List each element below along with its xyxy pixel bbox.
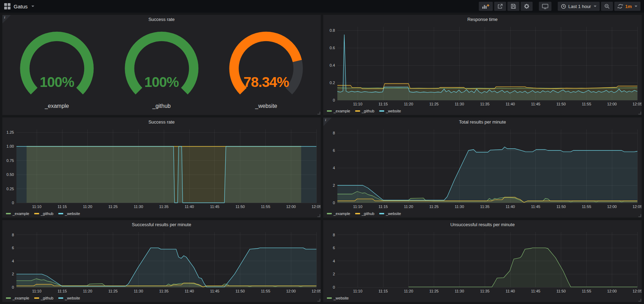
panel-info-icon[interactable]: i bbox=[323, 118, 332, 126]
panel-title[interactable]: Total results per minute bbox=[323, 118, 642, 127]
refresh-button[interactable]: 1m bbox=[614, 2, 641, 11]
svg-text:11:25: 11:25 bbox=[429, 205, 439, 209]
svg-text:12:05: 12:05 bbox=[312, 205, 321, 209]
add-panel-button[interactable] bbox=[479, 2, 493, 11]
svg-text:11:35: 11:35 bbox=[159, 289, 169, 293]
legend-series-icon bbox=[6, 297, 11, 299]
zoom-out-button[interactable] bbox=[601, 2, 613, 11]
panel-resize-handle[interactable] bbox=[317, 299, 320, 302]
share-button[interactable] bbox=[494, 2, 506, 11]
svg-text:11:15: 11:15 bbox=[379, 289, 388, 293]
svg-text:0: 0 bbox=[12, 201, 14, 205]
svg-text:0.2: 0.2 bbox=[330, 81, 335, 85]
dashboard-title[interactable]: Gatus bbox=[14, 3, 28, 9]
navbar: Gatus bbox=[0, 0, 644, 13]
tv-mode-button[interactable] bbox=[539, 2, 551, 11]
svg-text:11:55: 11:55 bbox=[582, 205, 591, 209]
svg-text:6: 6 bbox=[333, 246, 335, 250]
svg-text:0: 0 bbox=[333, 285, 335, 289]
svg-text:11:40: 11:40 bbox=[506, 205, 515, 209]
svg-text:0.6: 0.6 bbox=[330, 46, 335, 50]
legend-item[interactable]: _example bbox=[6, 296, 29, 300]
panel-title[interactable]: Success rate bbox=[2, 118, 321, 127]
svg-text:11:10: 11:10 bbox=[32, 205, 42, 209]
legend-item[interactable]: _website bbox=[379, 212, 401, 216]
chevron-down-icon[interactable] bbox=[31, 6, 34, 7]
gauge-label: _website bbox=[255, 103, 277, 113]
panel-success-rate-gauges: i Success rate 100% _example 100% _githu… bbox=[2, 15, 321, 115]
gauge-value: 100% bbox=[109, 74, 214, 90]
dashboard-menu-icon[interactable] bbox=[4, 3, 10, 9]
svg-text:0: 0 bbox=[333, 98, 335, 102]
svg-text:6: 6 bbox=[12, 246, 14, 250]
svg-text:12:00: 12:00 bbox=[607, 102, 617, 106]
svg-text:11:10: 11:10 bbox=[32, 289, 42, 293]
chart-legend: _example_github_website bbox=[323, 107, 642, 115]
chart-legend: _website bbox=[323, 294, 642, 302]
zoom-out-icon bbox=[604, 3, 610, 9]
svg-text:11:20: 11:20 bbox=[404, 102, 413, 106]
legend-item[interactable]: _website bbox=[58, 212, 80, 216]
svg-text:11:45: 11:45 bbox=[210, 205, 219, 209]
svg-text:1.00: 1.00 bbox=[7, 144, 14, 148]
svg-text:11:45: 11:45 bbox=[531, 205, 540, 209]
legend-item[interactable]: _website bbox=[58, 296, 80, 300]
svg-text:11:50: 11:50 bbox=[556, 102, 566, 106]
success-rate-chart[interactable]: 00.250.500.751.001.2511:1011:1511:2011:2… bbox=[2, 127, 321, 210]
panel-response-time: Response time 00.20.40.60.811:1011:1511:… bbox=[323, 15, 642, 115]
panel-title[interactable]: Response time bbox=[323, 15, 642, 24]
legend-item[interactable]: _example bbox=[6, 212, 29, 216]
svg-text:11:40: 11:40 bbox=[506, 102, 515, 106]
svg-text:11:45: 11:45 bbox=[531, 102, 540, 106]
svg-text:11:30: 11:30 bbox=[134, 289, 143, 293]
legend-item[interactable]: _example bbox=[327, 109, 350, 113]
panel-total-results: i Total results per minute 0246811:1011:… bbox=[323, 117, 642, 218]
gauge-example: 100% _example bbox=[5, 25, 109, 113]
svg-text:12:00: 12:00 bbox=[286, 289, 296, 293]
svg-text:0: 0 bbox=[333, 201, 335, 205]
response-time-chart[interactable]: 00.20.40.60.811:1011:1511:2011:2511:3011… bbox=[323, 24, 642, 107]
panel-info-icon[interactable]: i bbox=[2, 15, 11, 23]
legend-item[interactable]: _github bbox=[355, 212, 374, 216]
panel-resize-handle[interactable] bbox=[317, 112, 320, 114]
panel-title[interactable]: Successful results per minute bbox=[2, 220, 321, 229]
svg-text:12:05: 12:05 bbox=[312, 289, 321, 293]
legend-series-icon bbox=[6, 213, 11, 214]
save-button[interactable] bbox=[507, 2, 519, 11]
panel-resize-handle[interactable] bbox=[638, 214, 641, 217]
unsuccessful-results-chart[interactable]: 0246811:1011:1511:2011:2511:3011:3511:40… bbox=[323, 229, 642, 294]
panel-successful-results: Successful results per minute 0246811:10… bbox=[2, 220, 321, 302]
legend-item[interactable]: _website bbox=[327, 296, 349, 300]
svg-text:11:50: 11:50 bbox=[556, 289, 566, 293]
svg-text:11:40: 11:40 bbox=[185, 205, 194, 209]
svg-text:12:00: 12:00 bbox=[607, 289, 617, 293]
dashboard-grid: i Success rate 100% _example 100% _githu… bbox=[0, 13, 644, 304]
svg-text:11:10: 11:10 bbox=[353, 289, 363, 293]
panel-title[interactable]: Unsuccessful results per minute bbox=[323, 220, 642, 229]
gauge-label: _example bbox=[45, 103, 69, 113]
legend-item[interactable]: _github bbox=[34, 212, 53, 216]
panel-resize-handle[interactable] bbox=[638, 112, 641, 114]
panel-success-rate-series: Success rate 00.250.500.751.001.2511:101… bbox=[2, 117, 321, 218]
legend-series-icon bbox=[327, 110, 332, 112]
chevron-down-icon bbox=[594, 6, 597, 7]
svg-text:12:00: 12:00 bbox=[607, 205, 617, 209]
panel-resize-handle[interactable] bbox=[638, 299, 641, 302]
svg-text:11:15: 11:15 bbox=[379, 102, 388, 106]
chevron-down-icon bbox=[635, 6, 637, 7]
total-results-chart[interactable]: 0246811:1011:1511:2011:2511:3011:3511:40… bbox=[323, 127, 642, 210]
time-range-picker[interactable]: Last 1 hour bbox=[558, 2, 600, 11]
svg-text:11:55: 11:55 bbox=[582, 289, 591, 293]
panel-title[interactable]: Success rate bbox=[2, 15, 321, 24]
legend-item[interactable]: _github bbox=[355, 109, 374, 113]
svg-text:11:20: 11:20 bbox=[404, 205, 413, 209]
svg-text:4: 4 bbox=[333, 166, 335, 170]
legend-item[interactable]: _example bbox=[327, 212, 350, 216]
panel-resize-handle[interactable] bbox=[317, 214, 320, 217]
settings-button[interactable] bbox=[521, 2, 533, 11]
legend-item[interactable]: _github bbox=[34, 296, 53, 300]
legend-item[interactable]: _website bbox=[379, 109, 401, 113]
legend-series-icon bbox=[58, 213, 63, 214]
svg-text:11:25: 11:25 bbox=[108, 289, 118, 293]
successful-results-chart[interactable]: 0246811:1011:1511:2011:2511:3011:3511:40… bbox=[2, 229, 321, 294]
